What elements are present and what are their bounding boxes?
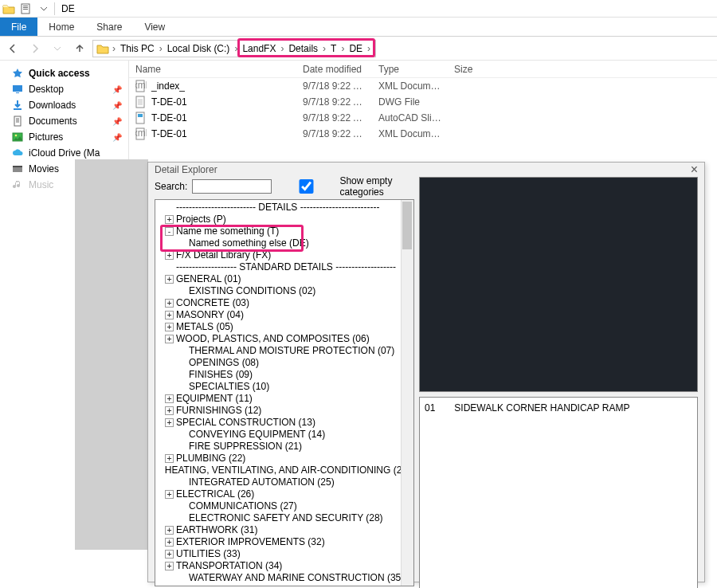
ribbon-tabs: File Home Share View <box>0 18 717 37</box>
properties-icon[interactable] <box>18 0 35 18</box>
chevron-right-icon[interactable]: › <box>233 43 239 54</box>
chevron-right-icon[interactable]: › <box>111 43 117 54</box>
expand-icon[interactable]: + <box>165 323 174 331</box>
expand-icon[interactable]: + <box>165 454 174 463</box>
col-date[interactable]: Date modified <box>296 64 372 75</box>
nav-desktop[interactable]: Desktop📌 <box>0 81 128 97</box>
file-row[interactable]: xml_index_9/7/18 9:22 AMXML Document <box>129 78 717 94</box>
tree-node[interactable]: CONVEYING EQUIPMENT (14) <box>157 429 410 441</box>
up-button[interactable] <box>70 39 89 58</box>
expand-icon[interactable]: + <box>165 406 174 415</box>
details-tree[interactable]: ------------------------- DETAILS ------… <box>155 199 414 586</box>
tree-node[interactable]: +EARTHWORK (31) <box>157 524 410 536</box>
nav-icloud-drive-ma[interactable]: iCloud Drive (Ma <box>0 145 128 161</box>
expand-icon[interactable]: + <box>165 550 174 559</box>
tree-node[interactable]: +TRANSPORTATION (34) <box>157 560 410 572</box>
col-type[interactable]: Type <box>372 64 448 75</box>
tree-node[interactable]: COMMUNICATIONS (27) <box>157 500 410 512</box>
scrollbar-thumb[interactable] <box>402 202 412 249</box>
show-empty-checkbox[interactable]: Show empty categories <box>276 175 414 198</box>
chevron-right-icon[interactable]: › <box>279 43 285 54</box>
qat-dropdown-icon[interactable] <box>35 0 53 18</box>
tree-node[interactable]: ------------------------- DETAILS ------… <box>157 202 410 214</box>
search-input[interactable] <box>192 179 272 194</box>
tree-node[interactable]: +UTILITIES (33) <box>157 548 410 560</box>
tree-node[interactable]: HEATING, VENTILATING, AND AIR-CONDITIONI… <box>157 465 410 476</box>
tree-node[interactable]: +EXTERIOR IMPROVEMENTS (32) <box>157 536 410 548</box>
tree-node[interactable]: -Name me something (T) <box>157 225 410 237</box>
tree-node[interactable]: FIRE SUPPRESSION (21) <box>157 441 410 453</box>
tree-node[interactable]: THERMAL AND MOISTURE PROTECTION (07) <box>157 345 410 357</box>
chevron-right-icon[interactable]: › <box>158 43 164 54</box>
tree-node[interactable]: Named something else (DE) <box>157 237 410 249</box>
nav-pictures[interactable]: Pictures📌 <box>0 129 128 145</box>
tree-node[interactable]: EXISTING CONDITIONS (02) <box>157 285 410 297</box>
breadcrumb-t[interactable]: T <box>329 43 338 54</box>
file-row[interactable]: T-DE-019/7/18 9:22 AMAutoCAD Slide <box>129 110 717 126</box>
tree-node[interactable]: OPENINGS (08) <box>157 357 410 369</box>
nav-quick-access[interactable]: Quick access <box>0 65 128 81</box>
tab-view[interactable]: View <box>133 18 176 36</box>
tree-node[interactable]: INTEGRATED AUTOMATION (25) <box>157 476 410 488</box>
expand-icon[interactable]: + <box>165 251 174 260</box>
chevron-right-icon[interactable]: › <box>339 43 346 54</box>
tree-node[interactable]: +WOOD, PLASTICS, AND COMPOSITES (06) <box>157 333 410 345</box>
expand-icon[interactable]: + <box>165 526 174 535</box>
tree-node[interactable]: SPECIALTIES (10) <box>157 381 410 393</box>
show-empty-input[interactable] <box>276 179 336 194</box>
tree-node[interactable]: +METALS (05) <box>157 321 410 333</box>
column-headers[interactable]: Name Date modified Type Size <box>129 61 717 78</box>
tab-file[interactable]: File <box>0 18 37 36</box>
tree-node[interactable]: WATERWAY AND MARINE CONSTRUCTION (35) <box>157 572 410 584</box>
tree-node[interactable]: +FURNISHINGS (12) <box>157 405 410 417</box>
expand-icon[interactable]: + <box>165 538 174 547</box>
tree-node[interactable]: +SPECIAL CONSTRUCTION (13) <box>157 417 410 429</box>
back-button[interactable] <box>3 39 22 58</box>
tree-node[interactable]: +EQUIPMENT (11) <box>157 393 410 405</box>
tree-node[interactable]: +GENERAL (01) <box>157 273 410 285</box>
file-row[interactable]: T-DE-019/7/18 9:22 AMDWG File <box>129 94 717 110</box>
breadcrumb-landfx[interactable]: LandFX <box>241 43 277 54</box>
tree-label: COMMUNICATIONS (27) <box>189 500 297 512</box>
tree-node[interactable]: +MASONRY (04) <box>157 309 410 321</box>
file-row[interactable]: xmlT-DE-019/7/18 9:22 AMXML Document <box>129 126 717 142</box>
expand-icon[interactable]: + <box>165 394 174 403</box>
chevron-right-icon[interactable]: › <box>321 43 327 54</box>
tree-label: FIRE SUPPRESSION (21) <box>189 441 302 453</box>
col-name[interactable]: Name <box>129 64 296 75</box>
tree-node[interactable]: +ELECTRICAL (26) <box>157 488 410 500</box>
expand-icon[interactable]: + <box>165 335 174 343</box>
expand-icon[interactable]: + <box>165 311 174 319</box>
breadcrumb-bar[interactable]: › This PC›Local Disk (C:)›LandFX›Details… <box>92 40 376 57</box>
expand-icon[interactable]: + <box>165 418 174 427</box>
tree-node[interactable]: +CONCRETE (03) <box>157 297 410 309</box>
collapse-icon[interactable]: - <box>165 227 174 236</box>
tab-home[interactable]: Home <box>37 18 85 36</box>
tree-node[interactable]: FINISHES (09) <box>157 369 410 381</box>
tree-node[interactable]: +Projects (P) <box>157 214 410 225</box>
tab-share[interactable]: Share <box>85 18 133 36</box>
tree-node[interactable]: +F/X Detail Library (FX) <box>157 249 410 261</box>
forward-button[interactable] <box>25 39 45 58</box>
col-size[interactable]: Size <box>448 64 496 75</box>
breadcrumb-this-pc[interactable]: This PC <box>119 43 156 54</box>
expand-icon[interactable]: + <box>165 562 174 570</box>
nav-downloads[interactable]: Downloads📌 <box>0 97 128 113</box>
expand-icon[interactable]: + <box>165 215 174 224</box>
close-icon[interactable]: × <box>691 163 698 177</box>
dialog-titlebar[interactable]: Detail Explorer × <box>148 163 704 177</box>
tree-node[interactable]: ELECTRONIC SAFETY AND SECURITY (28) <box>157 512 410 524</box>
expand-icon[interactable]: + <box>165 490 174 499</box>
scrollbar-vertical[interactable] <box>401 200 413 586</box>
description-box[interactable]: 01 SIDEWALK CORNER HANDICAP RAMP <box>419 397 698 588</box>
chevron-right-icon[interactable]: › <box>366 43 372 54</box>
breadcrumb-de[interactable]: DE <box>347 43 364 54</box>
breadcrumb-local-disk-c-[interactable]: Local Disk (C:) <box>166 43 232 54</box>
tree-node[interactable]: ------------------- STANDARD DETAILS ---… <box>157 261 410 273</box>
expand-icon[interactable]: + <box>165 299 174 308</box>
expand-icon[interactable]: + <box>165 275 174 284</box>
tree-node[interactable]: +PLUMBING (22) <box>157 453 410 465</box>
breadcrumb-details[interactable]: Details <box>287 43 319 54</box>
recent-dropdown[interactable] <box>48 39 67 58</box>
nav-documents[interactable]: Documents📌 <box>0 113 128 129</box>
